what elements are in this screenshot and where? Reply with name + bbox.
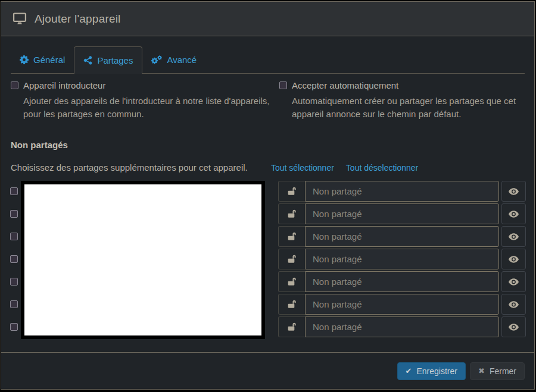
share-name-input[interactable] — [305, 181, 499, 202]
introducer-checkbox[interactable] — [11, 81, 18, 89]
dialog-header: Ajouter l'appareil — [1, 2, 534, 36]
share-icon — [83, 56, 92, 65]
share-name-input[interactable] — [305, 294, 499, 315]
share-checkbox[interactable] — [10, 255, 18, 263]
share-row — [278, 316, 526, 337]
auto-accept-help-text: Automatiquement créer ou partager les pa… — [292, 95, 525, 121]
save-button-label: Enregistrer — [417, 366, 457, 376]
eye-button[interactable] — [501, 203, 526, 224]
unlock-icon — [278, 203, 305, 224]
deselect-all-link[interactable]: Tout déselectionner — [346, 163, 418, 173]
share-checkbox[interactable] — [10, 278, 18, 286]
share-row — [278, 226, 526, 247]
redacted-share-names-overlay — [21, 181, 265, 339]
auto-accept-checkbox[interactable] — [279, 81, 287, 89]
introducer-help-text: Ajouter des appareils de l'introducteur … — [23, 95, 270, 121]
tab-general-label: Général — [33, 55, 65, 65]
check-icon: ✔ — [406, 366, 412, 375]
desktop-icon — [13, 12, 27, 25]
share-name-input[interactable] — [305, 316, 499, 337]
share-row — [278, 294, 526, 315]
share-checkbox[interactable] — [10, 300, 18, 308]
tab-partages[interactable]: Partages — [74, 46, 142, 74]
dialog-title: Ajouter l'appareil — [35, 12, 121, 26]
add-device-dialog: Ajouter l'appareil Général Partages — [1, 1, 535, 390]
close-button[interactable]: ✖ Fermer — [470, 362, 525, 380]
share-row — [278, 203, 526, 224]
select-all-link[interactable]: Tout sélectionner — [271, 163, 334, 173]
share-row — [278, 181, 526, 202]
unlock-icon — [278, 249, 305, 269]
tab-avance[interactable]: Avancé — [142, 46, 205, 73]
eye-button[interactable] — [501, 249, 526, 269]
share-name-input[interactable] — [305, 203, 499, 224]
eye-button[interactable] — [501, 294, 526, 315]
share-checkbox[interactable] — [10, 323, 18, 331]
share-checkbox[interactable] — [10, 187, 18, 195]
auto-accept-label: Accepter automatiquement — [292, 80, 398, 90]
tab-general[interactable]: Général — [11, 46, 74, 73]
gear-icon — [20, 55, 29, 64]
tab-bar: Général Partages Avancé — [11, 46, 525, 74]
share-row — [278, 271, 526, 292]
shares-description: Choisissez des partages supplémentaires … — [11, 162, 271, 173]
share-checkbox[interactable] — [10, 233, 18, 240]
eye-button[interactable] — [501, 316, 526, 337]
unlock-icon — [278, 316, 305, 337]
dialog-footer: ✔ Enregistrer ✖ Fermer — [1, 352, 534, 389]
eye-button[interactable] — [501, 226, 526, 247]
tab-partages-label: Partages — [97, 55, 133, 65]
eye-button[interactable] — [501, 271, 526, 292]
unlock-icon — [278, 226, 305, 247]
unlock-icon — [278, 181, 305, 202]
share-row — [278, 249, 526, 269]
tab-avance-label: Avancé — [167, 55, 197, 65]
x-icon: ✖ — [478, 366, 485, 375]
gears-icon — [151, 55, 162, 64]
introducer-label: Appareil introducteur — [23, 80, 105, 90]
share-checkbox[interactable] — [10, 210, 18, 218]
share-name-input[interactable] — [305, 226, 499, 247]
unlock-icon — [278, 271, 305, 292]
unshared-heading: Non partagés — [11, 140, 68, 150]
share-name-input[interactable] — [305, 271, 499, 292]
close-button-label: Fermer — [490, 366, 516, 376]
share-name-input[interactable] — [305, 249, 499, 269]
device-options: Appareil introducteur Ajouter des appare… — [11, 80, 525, 121]
unlock-icon — [278, 294, 305, 315]
eye-button[interactable] — [501, 181, 526, 202]
save-button[interactable]: ✔ Enregistrer — [397, 362, 466, 380]
